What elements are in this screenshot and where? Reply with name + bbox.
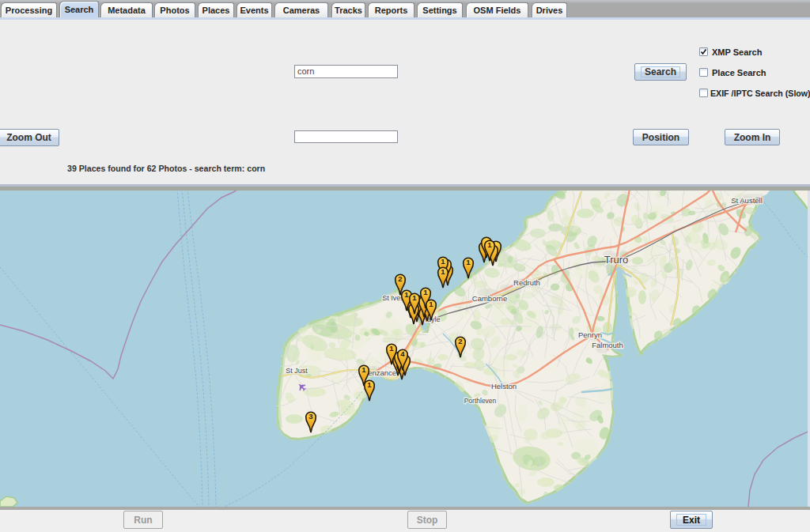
svg-text:St Just: St Just xyxy=(286,367,308,375)
svg-text:1: 1 xyxy=(429,300,433,308)
svg-text:3: 3 xyxy=(308,412,312,421)
svg-text:Helston: Helston xyxy=(491,382,517,391)
svg-text:1: 1 xyxy=(423,288,428,296)
svg-text:1: 1 xyxy=(404,290,409,299)
svg-text:Redruth: Redruth xyxy=(513,278,540,287)
svg-text:Porthleven: Porthleven xyxy=(464,397,497,405)
svg-text:2: 2 xyxy=(398,274,402,283)
svg-text:Penryn: Penryn xyxy=(578,330,602,339)
svg-text:Truro: Truro xyxy=(604,254,629,266)
svg-text:1: 1 xyxy=(389,344,394,353)
svg-text:1: 1 xyxy=(412,293,417,302)
svg-text:1: 1 xyxy=(466,258,471,266)
svg-text:1: 1 xyxy=(367,380,372,389)
svg-text:Camborne: Camborne xyxy=(472,294,507,303)
svg-text:2: 2 xyxy=(458,337,462,345)
svg-text:St Austell: St Austell xyxy=(731,196,763,205)
svg-text:4: 4 xyxy=(400,349,405,358)
svg-text:Falmouth: Falmouth xyxy=(592,341,623,349)
svg-text:1: 1 xyxy=(361,365,366,374)
svg-text:1: 1 xyxy=(487,240,492,249)
svg-text:1: 1 xyxy=(441,267,445,276)
svg-text:1: 1 xyxy=(441,257,445,266)
